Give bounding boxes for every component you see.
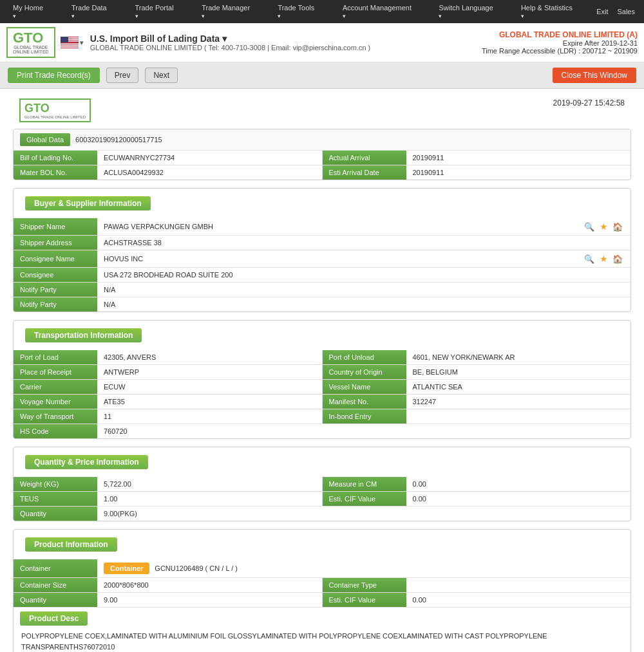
buyer-supplier-header-row: Buyer & Supplier Information: [14, 189, 630, 218]
product-qty-label: Quantity: [14, 593, 97, 607]
close-button-top[interactable]: Close This Window: [553, 68, 636, 83]
inbond-label: In-bond Entry: [323, 409, 406, 424]
logo-box: GTO GLOBAL TRADEONLINE LIMITED: [6, 27, 55, 58]
way-transport-value: 11: [97, 409, 322, 424]
manifest-col: Manifest No. 312247: [322, 395, 631, 409]
consignee-value: USA 272 BRODHEAD ROAD SUITE 200: [97, 268, 630, 282]
esti-cif-col: Esti. CIF Value 0.00: [322, 492, 631, 506]
quantity-header-row: Quantity & Price Information: [14, 447, 630, 477]
nav-switch-lang[interactable]: Switch Language ▾: [431, 3, 511, 21]
container-type-value: [406, 578, 631, 592]
port-row: Port of Load 42305, ANVERS Port of Unloa…: [14, 350, 630, 365]
port-unload-label: Port of Unload: [323, 350, 406, 364]
notify2-value: N/A: [97, 297, 630, 312]
product-header-row: Product Information: [14, 530, 630, 559]
nav-exit[interactable]: Exit: [592, 6, 612, 17]
place-receipt-label: Place of Receipt: [14, 365, 97, 379]
nav-trade-data[interactable]: Trade Data ▾: [64, 3, 126, 21]
buyer-supplier-section: Buyer & Supplier Information Shipper Nam…: [13, 188, 631, 312]
nav-help-stats[interactable]: Help & Statistics ▾: [513, 3, 591, 21]
esti-cif-label: Esti. CIF Value: [323, 492, 406, 506]
bol-value: ECUWANRNYC27734: [97, 151, 323, 165]
way-transport-col: Way of Transport 11: [14, 409, 322, 424]
consignee-search-icon[interactable]: 🔍: [584, 254, 594, 264]
flag-dropdown[interactable]: ▾: [80, 39, 84, 47]
port-load-col: Port of Load 42305, ANVERS: [14, 350, 322, 364]
shipper-name-label: Shipper Name: [14, 218, 97, 235]
hs-row: HS Code 760720: [14, 424, 630, 438]
consignee-name-label: Consignee Name: [14, 250, 97, 267]
nav-trade-manager[interactable]: Trade Manager ▾: [194, 3, 269, 21]
nav-account-mgmt[interactable]: Account Management ▾: [335, 3, 430, 21]
esti-cif-value: 0.00: [406, 492, 631, 506]
shipper-star-icon[interactable]: ★: [600, 221, 608, 232]
account-company-name: GLOBAL TRADE ONLINE LIMITED (A): [482, 30, 638, 39]
top-action-bar: Print Trade Record(s) Prev Next Close Th…: [0, 62, 644, 89]
next-button-top[interactable]: Next: [145, 68, 178, 83]
consignee-row: Consignee USA 272 BRODHEAD ROAD SUITE 20…: [14, 268, 630, 283]
bol-row: Bill of Lading No. ECUWANRNYC27734 Actua…: [14, 151, 630, 165]
country-origin-col: Country of Origin BE, BELGIUM: [322, 365, 631, 379]
nav-trade-portal[interactable]: Trade Portal ▾: [128, 3, 193, 21]
product-section: Product Information Container Container …: [13, 529, 631, 652]
product-desc-label: Product Desc: [20, 611, 88, 626]
record-logo-gto: GTO: [24, 102, 86, 115]
voyage-value: ATE35: [97, 395, 322, 409]
way-inbond-row: Way of Transport 11 In-bond Entry: [14, 409, 630, 424]
us-flag-icon: [61, 37, 79, 48]
account-expire: Expire After 2019-12-31: [482, 39, 638, 47]
transport-section: Transportation Information Port of Load …: [13, 320, 631, 439]
place-country-row: Place of Receipt ANTWERP Country of Orig…: [14, 365, 630, 380]
country-origin-value: BE, BELGIUM: [406, 365, 631, 379]
quantity-label: Quantity: [14, 507, 97, 521]
nav-trade-tools[interactable]: Trade Tools ▾: [270, 3, 334, 21]
teus-cif-row: TEUS 1.00 Esti. CIF Value 0.00: [14, 492, 630, 507]
carrier-label: Carrier: [14, 380, 97, 394]
port-load-label: Port of Load: [14, 350, 97, 364]
shipper-search-icon[interactable]: 🔍: [584, 222, 594, 232]
product-desc-text: POLYPROPYLENE COEX,LAMINATED WITH ALUMIN…: [14, 628, 630, 652]
shipper-address-label: Shipper Address: [14, 236, 97, 250]
actual-arrival-value: 20190911: [406, 151, 631, 165]
weight-label: Weight (KG): [14, 477, 97, 491]
quantity-row: Quantity 9.00(PKG): [14, 507, 630, 521]
container-size-value: 2000*806*800: [97, 578, 322, 592]
global-data-value: 6003201909120000517715: [75, 136, 162, 144]
consignee-star-icon[interactable]: ★: [600, 254, 608, 264]
vessel-label: Vessel Name: [323, 380, 406, 394]
consignee-name-row: Consignee Name HOVUS INC 🔍 ★ 🏠: [14, 250, 630, 268]
print-button-top[interactable]: Print Trade Record(s): [8, 68, 100, 83]
port-load-value: 42305, ANVERS: [97, 350, 322, 364]
container-size-label: Container Size: [14, 578, 97, 592]
prev-button-top[interactable]: Prev: [106, 68, 139, 83]
global-data-label: Global Data: [20, 133, 70, 146]
weight-col: Weight (KG) 5,722.00: [14, 477, 322, 491]
shipper-house-icon[interactable]: 🏠: [612, 222, 623, 232]
measure-label: Measure in CM: [323, 477, 406, 491]
nav-my-home[interactable]: My Home ▾: [5, 3, 62, 21]
consignee-house-icon[interactable]: 🏠: [612, 254, 623, 264]
container-number: GCNU1206489 ( CN / L / ): [155, 564, 238, 572]
container-field-label: Container: [14, 559, 97, 577]
global-data-row: Global Data 6003201909120000517715: [14, 129, 630, 151]
container-row: Container Container GCNU1206489 ( CN / L…: [14, 559, 630, 578]
esti-arrival-label: Esti Arrival Date: [323, 165, 406, 180]
record-logo: GTO GLOBAL TRADE ONLINE LIMITED: [19, 98, 91, 122]
logo-area: GTO GLOBAL TRADEONLINE LIMITED ▾: [6, 27, 84, 58]
product-cif-col: Esti. CIF Value 0.00: [322, 593, 631, 607]
product-qty-value: 9.00: [97, 593, 322, 607]
logo-gto: GTO: [13, 31, 49, 45]
weight-value: 5,722.00: [97, 477, 322, 491]
voyage-label: Voyage Number: [14, 395, 97, 409]
buyer-supplier-header: Buyer & Supplier Information: [25, 196, 151, 210]
mater-bol-label: Mater BOL No.: [14, 165, 97, 180]
header-title-area: U.S. Import Bill of Lading Data ▾ GLOBAL…: [90, 33, 482, 51]
notify2-label: Notify Party: [14, 297, 97, 312]
way-transport-label: Way of Transport: [14, 409, 97, 424]
quantity-value: 9.00(PKG): [97, 507, 630, 521]
manifest-value: 312247: [406, 395, 631, 409]
place-receipt-col: Place of Receipt ANTWERP: [14, 365, 322, 379]
vessel-value: ATLANTIC SEA: [406, 380, 631, 394]
teus-label: TEUS: [14, 492, 97, 506]
manifest-label: Manifest No.: [323, 395, 406, 409]
